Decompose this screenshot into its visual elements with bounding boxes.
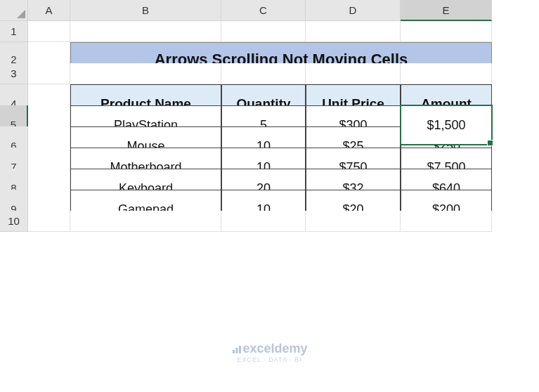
svg-rect-1	[235, 348, 238, 353]
row-header-3[interactable]: 3	[0, 63, 28, 84]
spreadsheet-grid: A B C D E 1 2 Arrows Scrolling Not Movin…	[0, 0, 539, 232]
watermark-brand: exceldemy	[242, 341, 307, 355]
cell-E10[interactable]	[401, 211, 492, 232]
cell-C3[interactable]	[221, 63, 306, 84]
cell-C10[interactable]	[221, 211, 306, 232]
cell-E3[interactable]	[401, 63, 492, 84]
cell-D10[interactable]	[306, 211, 401, 232]
col-header-B[interactable]: B	[70, 0, 221, 21]
col-header-E[interactable]: E	[401, 0, 492, 21]
col-header-A[interactable]: A	[28, 0, 70, 21]
cell-D1[interactable]	[306, 21, 401, 42]
cell-B10[interactable]	[70, 211, 221, 232]
cell-D3[interactable]	[306, 63, 401, 84]
svg-rect-2	[238, 346, 240, 353]
cell-A3[interactable]	[28, 63, 70, 84]
cell-B3[interactable]	[70, 63, 221, 84]
cell-A10[interactable]	[28, 211, 70, 232]
row-header-10[interactable]: 10	[0, 211, 28, 232]
row-header-1[interactable]: 1	[0, 21, 28, 42]
chart-icon	[231, 344, 241, 354]
svg-rect-0	[232, 350, 234, 353]
watermark: exceldemy EXCEL · DATA · BI	[231, 341, 307, 364]
select-all-corner[interactable]	[0, 0, 28, 21]
watermark-tagline: EXCEL · DATA · BI	[231, 356, 307, 364]
col-header-C[interactable]: C	[221, 0, 306, 21]
cell-A1[interactable]	[28, 21, 70, 42]
cell-B1[interactable]	[70, 21, 221, 42]
col-header-D[interactable]: D	[306, 0, 401, 21]
cell-amount-0[interactable]: $1,500	[401, 105, 492, 145]
cell-C1[interactable]	[221, 21, 306, 42]
cell-E1[interactable]	[401, 21, 492, 42]
